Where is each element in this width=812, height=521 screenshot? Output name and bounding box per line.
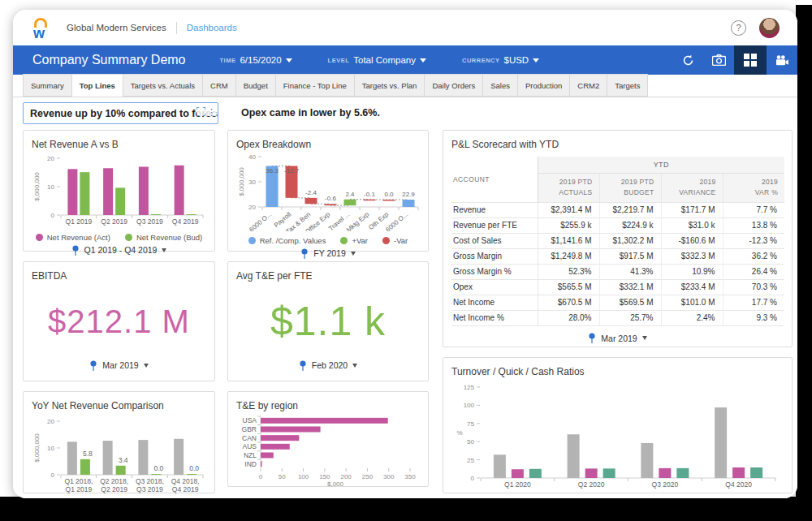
camera-icon[interactable] xyxy=(703,45,734,75)
filter-currency[interactable]: CURRENCY$USD xyxy=(462,55,539,65)
period-selector[interactable]: Q1 2019 - Q4 2019 xyxy=(32,243,206,257)
chevron-down-icon xyxy=(286,58,292,62)
svg-text:GBR: GBR xyxy=(242,425,257,433)
card-ebitda: EBITDA $212.1 M Mar 2019 xyxy=(23,261,215,381)
legend-dot xyxy=(248,237,256,244)
chevron-down-icon xyxy=(352,364,357,368)
headline-annotation-box[interactable]: Revenue up by 10% compared to forecast. … xyxy=(23,102,218,124)
tab-budget[interactable]: Budget xyxy=(236,74,276,97)
svg-text:100: 100 xyxy=(464,402,475,409)
table-row[interactable]: Net Income$670.5 M$569.5 M$101.0 M17.7 % xyxy=(451,295,784,310)
tab-production[interactable]: Production xyxy=(518,74,570,97)
account-cell: Cost of Sales xyxy=(451,233,538,248)
tab-targets-vs-plan[interactable]: Targets vs. Plan xyxy=(355,74,425,97)
card-net-revenue: Net Revenue A vs B $,000,00001020Q1 2019… xyxy=(23,130,215,252)
account-cell: Gross Margin xyxy=(451,248,538,264)
svg-text:CAN: CAN xyxy=(242,434,257,442)
table-row[interactable]: Revenue$2,391.4 M$2,219.7 M$171.7 M7.7 % xyxy=(451,202,784,217)
bar xyxy=(67,441,77,475)
svg-text:200: 200 xyxy=(340,473,352,480)
svg-text:10: 10 xyxy=(47,445,54,452)
svg-text:20: 20 xyxy=(47,155,54,162)
headline-text-2: Opex came in lower by 5.6%. xyxy=(241,107,380,118)
expand-icon[interactable] xyxy=(197,107,205,116)
bar xyxy=(174,439,184,475)
svg-text:-2.4: -2.4 xyxy=(305,189,317,196)
period-label: Q1 2019 - Q4 2019 xyxy=(84,245,158,255)
tab-crm2[interactable]: CRM2 xyxy=(570,74,607,97)
period-selector[interactable]: Mar 2019 xyxy=(451,331,784,346)
svg-text:NZL: NZL xyxy=(244,451,257,459)
legend-item[interactable]: Net Revenue (Act) xyxy=(36,233,110,242)
tab-targets[interactable]: Targets xyxy=(607,74,648,97)
legend-item[interactable]: Ref. /Comp. Values xyxy=(248,236,326,245)
tab-daily-orders[interactable]: Daily Orders xyxy=(425,74,483,97)
table-row[interactable]: Cost of Sales$1,141.6 M$1,302.2 M-$160.6… xyxy=(451,233,784,248)
workday-logo-icon[interactable]: w xyxy=(31,17,52,39)
tab-summary[interactable]: Summary xyxy=(23,74,72,97)
kebab-menu-icon[interactable]: ⋮ xyxy=(207,108,216,116)
top-bar: w Global Modern Services Dashboards ? xyxy=(13,10,797,45)
svg-text:125: 125 xyxy=(464,384,475,391)
bar xyxy=(325,204,337,205)
filter-label: CURRENCY xyxy=(462,57,500,64)
table-row[interactable]: Opex$565.5 M$332.1 M$233.4 M70.3 % xyxy=(451,279,784,295)
legend-label: -Var xyxy=(394,236,408,245)
svg-text:-0.6: -0.6 xyxy=(325,195,336,202)
kpi-value: $1.1 k xyxy=(270,298,386,345)
bar xyxy=(364,200,376,201)
bar xyxy=(261,435,299,441)
legend-item[interactable]: +Var xyxy=(340,236,368,245)
desktop-background: w Global Modern Services Dashboards ? Co… xyxy=(0,0,812,521)
filter-time[interactable]: TIME6/15/2020 xyxy=(220,55,292,65)
chevron-down-icon xyxy=(162,248,166,252)
value-cell: 10.9% xyxy=(661,264,723,279)
filter-value: 6/15/2020 xyxy=(240,55,281,65)
grid-icon[interactable] xyxy=(734,45,767,75)
help-icon[interactable]: ? xyxy=(731,20,746,36)
filter-level[interactable]: LEVELTotal Company xyxy=(328,55,426,65)
bar xyxy=(732,467,745,478)
legend-item[interactable]: -Var xyxy=(382,236,408,245)
tab-finance-top-line[interactable]: Finance - Top Line xyxy=(276,74,355,97)
svg-text:Q1 2019: Q1 2019 xyxy=(66,217,93,226)
table-row[interactable]: Revenue per FTE$255.9 k$224.9 k$31.0 k13… xyxy=(451,217,784,233)
value-cell: $917.5 M xyxy=(599,248,661,264)
bar xyxy=(80,172,89,215)
value-cell: 28.0% xyxy=(538,310,599,325)
chevron-down-icon xyxy=(420,58,426,62)
bar xyxy=(261,453,274,459)
svg-text:100: 100 xyxy=(298,473,309,480)
table-row[interactable]: Net Income %28.0%25.7%2.4%9.3 % xyxy=(451,310,784,325)
legend-dot xyxy=(340,237,348,244)
tenant-name: Global Modern Services xyxy=(67,23,166,32)
legend-item[interactable]: Net Revenue (Bud) xyxy=(125,233,202,242)
period-selector[interactable]: Feb 2020 xyxy=(236,358,420,372)
chevron-down-icon xyxy=(144,364,149,368)
card-title: Avg T&E per FTE xyxy=(236,270,420,282)
avatar[interactable] xyxy=(759,18,780,38)
pin-icon xyxy=(299,360,307,371)
period-selector[interactable]: FY 2019 xyxy=(236,246,420,260)
tab-sales[interactable]: Sales xyxy=(483,74,518,97)
breadcrumb-dashboards[interactable]: Dashboards xyxy=(187,23,237,32)
value-cell: $224.9 k xyxy=(599,217,661,233)
tab-crm[interactable]: CRM xyxy=(203,74,236,97)
refresh-icon[interactable] xyxy=(672,45,703,75)
value-cell: 70.3 % xyxy=(723,279,784,295)
tab-top-lines[interactable]: Top Lines xyxy=(72,74,123,97)
value-cell: 2.4% xyxy=(661,310,723,325)
tab-targets-vs-actuals[interactable]: Targets vs. Actuals xyxy=(123,74,203,97)
filter-label: LEVEL xyxy=(328,57,350,64)
video-camera-icon[interactable] xyxy=(767,45,797,75)
svg-text:150: 150 xyxy=(319,473,330,480)
period-selector[interactable]: Mar 2019 xyxy=(32,358,206,372)
card-ratios: Turnover / Quick / Cash Ratios %02550751… xyxy=(443,357,793,493)
value-cell: $1,141.6 M xyxy=(538,233,599,248)
table-row[interactable]: Gross Margin %52.3%41.3%10.9%26.4 % xyxy=(451,264,784,279)
svg-text:30: 30 xyxy=(248,179,256,186)
bar xyxy=(138,440,148,475)
svg-text:20: 20 xyxy=(248,204,256,211)
bar xyxy=(139,167,149,216)
table-row[interactable]: Gross Margin$1,249.8 M$917.5 M$332.3 M36… xyxy=(451,248,784,264)
